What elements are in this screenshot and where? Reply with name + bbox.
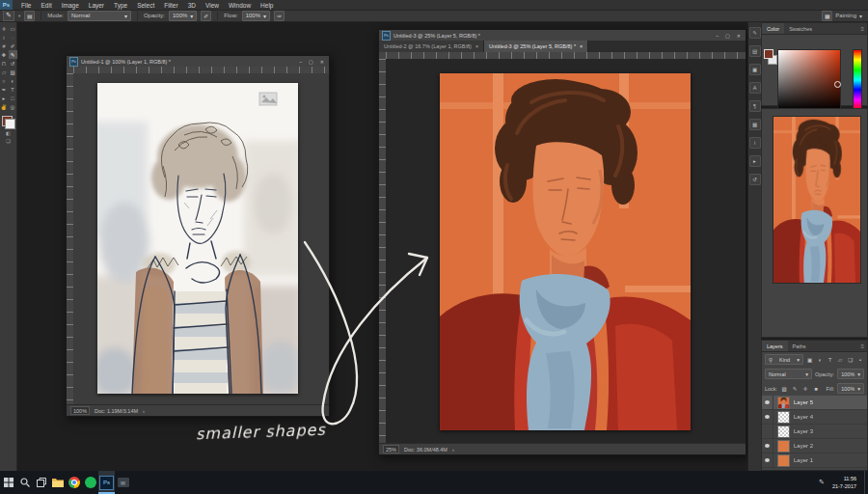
menu-file[interactable]: File bbox=[16, 2, 36, 9]
panel-menu-icon[interactable]: ≡ bbox=[857, 23, 867, 34]
healing-brush-tool-icon[interactable]: ✚ bbox=[0, 50, 9, 59]
photoshop-taskbar-button[interactable]: Ps bbox=[98, 471, 115, 494]
layer-name[interactable]: Layer 1 bbox=[794, 457, 813, 463]
panel-clone-source-icon[interactable]: ▣ bbox=[749, 64, 761, 75]
airbrush-icon[interactable]: ✑ bbox=[274, 11, 285, 21]
lasso-tool-icon[interactable]: ≀ bbox=[0, 33, 9, 41]
history-brush-tool-icon[interactable]: ↺ bbox=[9, 59, 17, 68]
workspace-switcher[interactable]: ▦ Painting ▾ bbox=[822, 11, 868, 21]
mode-select[interactable]: Normal ▾ bbox=[68, 11, 131, 21]
search-button[interactable] bbox=[16, 471, 33, 494]
layer-thumbnail[interactable] bbox=[777, 397, 790, 409]
menu-type[interactable]: Type bbox=[109, 2, 132, 9]
menu-filter[interactable]: Filter bbox=[159, 2, 182, 9]
hand-tool-icon[interactable]: ✌ bbox=[0, 102, 9, 111]
visibility-toggle[interactable] bbox=[762, 439, 773, 453]
clone-stamp-tool-icon[interactable]: ⊓ bbox=[0, 59, 9, 68]
menu-help[interactable]: Help bbox=[256, 2, 278, 9]
gradient-tool-icon[interactable]: ▧ bbox=[9, 68, 17, 76]
tab-color[interactable]: Color bbox=[762, 23, 784, 34]
filter-adjustment-layers-icon[interactable]: ◐ bbox=[816, 356, 824, 364]
canvas-painting[interactable] bbox=[440, 73, 691, 430]
shape-tool-icon[interactable]: □ bbox=[9, 94, 17, 102]
layer-thumbnail[interactable] bbox=[777, 454, 790, 467]
screen-mode-icon[interactable]: ❏ bbox=[3, 137, 14, 145]
panel-brush-icon[interactable]: ✎ bbox=[749, 27, 761, 39]
flow-select[interactable]: 100% ▾ bbox=[242, 11, 270, 21]
pen-tray-icon[interactable]: ✎ bbox=[819, 479, 825, 486]
blur-tool-icon[interactable]: ○ bbox=[0, 76, 9, 85]
layer-thumbnail[interactable] bbox=[777, 411, 790, 424]
lock-position-icon[interactable]: ✛ bbox=[801, 385, 809, 393]
eyedropper-tool-icon[interactable]: ✐ bbox=[9, 41, 17, 50]
panel-character-icon[interactable]: A bbox=[749, 82, 761, 94]
foreground-color-swatch[interactable] bbox=[764, 49, 773, 59]
layer-name[interactable]: Layer 2 bbox=[794, 443, 813, 449]
mail-button[interactable]: ✉ bbox=[115, 471, 131, 494]
layer-name[interactable]: Layer 3 bbox=[794, 428, 813, 434]
brush-preset-chevron-icon[interactable]: ▾ bbox=[18, 14, 20, 18]
menu-select[interactable]: Select bbox=[132, 2, 159, 9]
lock-pixels-icon[interactable]: ✎ bbox=[791, 385, 799, 393]
filter-smart-objects-icon[interactable]: ❏ bbox=[847, 356, 854, 364]
lock-all-icon[interactable]: ■ bbox=[812, 385, 820, 393]
layer-row-3[interactable]: Layer 3 bbox=[762, 425, 867, 439]
layer-opacity-select[interactable]: 100% ▾ bbox=[837, 369, 864, 379]
quick-mask-icon[interactable]: ◧ bbox=[3, 129, 14, 137]
zoom-tool-icon[interactable]: ◎ bbox=[9, 102, 17, 111]
status-menu-arrow-icon[interactable]: › bbox=[452, 447, 454, 453]
saturation-brightness-field[interactable] bbox=[777, 49, 841, 111]
tab-close-icon[interactable]: × bbox=[475, 43, 478, 49]
menu-image[interactable]: Image bbox=[57, 2, 84, 9]
close-icon[interactable]: ✕ bbox=[737, 33, 741, 39]
tab-untitled-2[interactable]: Untitled-2 @ 16.7% (Layer 1, RGB/8) × bbox=[379, 41, 484, 52]
filter-pixel-layers-icon[interactable]: ▣ bbox=[806, 356, 814, 364]
task-view-button[interactable] bbox=[33, 471, 49, 494]
show-desktop-button[interactable] bbox=[864, 471, 868, 494]
maximize-icon[interactable]: ▢ bbox=[309, 59, 313, 65]
layer-row-5[interactable]: Layer 5 bbox=[762, 396, 867, 410]
pasteboard[interactable] bbox=[73, 73, 329, 405]
color-cursor-icon[interactable] bbox=[834, 81, 841, 88]
layer-name[interactable]: Layer 5 bbox=[794, 399, 813, 405]
move-tool-icon[interactable]: ✛ bbox=[0, 24, 9, 33]
lock-transparency-icon[interactable]: ▨ bbox=[780, 385, 788, 393]
layer-row-4[interactable]: Layer 4 bbox=[762, 410, 867, 425]
visibility-toggle[interactable] bbox=[762, 410, 773, 424]
layer-row-2[interactable]: Layer 2 bbox=[762, 439, 867, 453]
file-explorer-button[interactable] bbox=[49, 471, 66, 494]
start-button[interactable] bbox=[0, 471, 16, 494]
blend-mode-select[interactable]: Normal ▾ bbox=[765, 369, 812, 379]
filter-type-layers-icon[interactable]: T bbox=[827, 356, 834, 364]
brush-preset-icon[interactable]: ✎ bbox=[3, 10, 14, 21]
panel-info-icon[interactable]: i bbox=[749, 137, 761, 149]
tab-layers[interactable]: Layers bbox=[762, 341, 788, 351]
layer-thumbnail[interactable] bbox=[777, 440, 790, 453]
visibility-toggle[interactable] bbox=[762, 453, 773, 467]
toggle-brush-panel-icon[interactable]: ▤ bbox=[24, 11, 35, 21]
layer-fill-select[interactable]: 100% ▾ bbox=[837, 383, 864, 394]
tab-untitled-3[interactable]: Untitled-3 @ 25% (Layer 5, RGB/8) * × bbox=[484, 41, 588, 52]
spotify-button[interactable] bbox=[82, 471, 98, 494]
opacity-select[interactable]: 100% ▾ bbox=[169, 11, 197, 21]
pressure-opacity-icon[interactable]: ✐ bbox=[201, 11, 211, 21]
pasteboard[interactable] bbox=[386, 59, 746, 444]
maximize-icon[interactable]: ▢ bbox=[725, 33, 730, 39]
panel-histogram-icon[interactable]: ▦ bbox=[749, 119, 761, 130]
minimize-icon[interactable]: – bbox=[299, 59, 302, 65]
marquee-tool-icon[interactable]: ▭ bbox=[9, 24, 17, 33]
menu-window[interactable]: Window bbox=[224, 2, 256, 9]
panel-paragraph-icon[interactable]: ¶ bbox=[749, 100, 761, 112]
layer-row-1[interactable]: Layer 1 bbox=[762, 453, 867, 468]
filter-shape-layers-icon[interactable]: ▱ bbox=[836, 356, 844, 364]
tab-paths[interactable]: Paths bbox=[788, 341, 811, 351]
canvas-sketch[interactable] bbox=[97, 83, 298, 394]
tab-swatches[interactable]: Swatches bbox=[784, 23, 817, 34]
panel-brush-presets-icon[interactable]: ▤ bbox=[749, 45, 761, 57]
layer-name[interactable]: Layer 4 bbox=[794, 414, 813, 420]
dodge-tool-icon[interactable]: ◐ bbox=[9, 76, 17, 85]
chrome-button[interactable] bbox=[66, 471, 82, 494]
visibility-toggle[interactable] bbox=[762, 425, 773, 438]
menu-view[interactable]: View bbox=[201, 2, 224, 9]
filter-kind-select[interactable]: ⚲ Kind ▾ bbox=[765, 354, 803, 365]
